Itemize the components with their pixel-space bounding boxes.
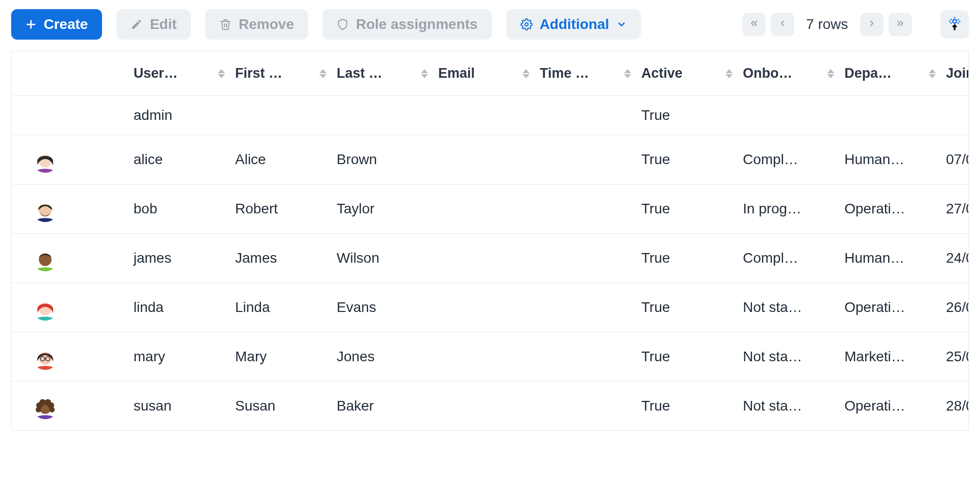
rows-count-label: 7 rows	[799, 16, 855, 33]
cell-last_name: Baker	[332, 382, 433, 431]
cell-active: True	[636, 332, 738, 382]
cell-last_name: Evans	[332, 283, 433, 332]
cell-department: Human…	[839, 234, 941, 283]
table-row[interactable]: aliceAliceBrownTrueCompl…Human…07/0	[12, 135, 969, 184]
additional-dropdown[interactable]: Additional	[506, 9, 641, 40]
cell-joined	[941, 96, 969, 135]
column-header-label: Last …	[337, 66, 414, 81]
shield-icon	[337, 18, 349, 30]
column-header-email[interactable]: Email	[433, 51, 535, 96]
column-header-last_name[interactable]: Last …	[332, 51, 433, 96]
avatar	[32, 146, 58, 173]
column-header-label: User…	[134, 66, 211, 81]
cell-email	[433, 283, 535, 332]
column-header-timezone[interactable]: Time …	[535, 51, 636, 96]
pager-prev-button[interactable]	[771, 13, 794, 36]
svg-point-23	[36, 407, 41, 412]
table-row[interactable]: adminTrue	[12, 96, 969, 135]
remove-button[interactable]: Remove	[205, 9, 308, 40]
cell-username: bob	[128, 184, 230, 234]
cell-timezone	[535, 332, 636, 382]
cell-active: True	[636, 283, 738, 332]
cell-onboarding: Not sta…	[738, 283, 839, 332]
column-header-onboarding[interactable]: Onbo…	[738, 51, 839, 96]
cell-timezone	[535, 135, 636, 184]
plus-icon	[25, 19, 37, 30]
sort-icon	[624, 69, 631, 78]
cell-timezone	[535, 382, 636, 431]
cell-onboarding: In prog…	[738, 184, 839, 234]
cell-joined: 25/0	[941, 332, 969, 382]
cell-department: Marketi…	[839, 332, 941, 382]
chevron-left-icon	[778, 19, 787, 30]
trash-icon	[219, 18, 232, 30]
cell-joined: 27/0	[941, 184, 969, 234]
edit-button[interactable]: Edit	[116, 9, 191, 40]
cell-last_name: Wilson	[332, 234, 433, 283]
cell-onboarding: Compl…	[738, 234, 839, 283]
cell-timezone	[535, 234, 636, 283]
cell-username: admin	[128, 96, 230, 135]
table-row[interactable]: bobRobertTaylorTrueIn prog…Operati…27/0	[12, 184, 969, 234]
pager-next-button[interactable]	[860, 13, 884, 36]
cell-avatar	[12, 332, 128, 382]
avatar	[32, 294, 58, 321]
column-settings-icon	[947, 16, 962, 33]
cell-last_name: Taylor	[332, 184, 433, 234]
cell-department: Operati…	[839, 382, 941, 431]
chevrons-left-icon	[749, 18, 759, 31]
chevron-right-icon	[867, 19, 876, 30]
column-header-label: Time …	[540, 66, 617, 81]
pager-last-button[interactable]	[889, 13, 912, 36]
column-header-label: Email	[438, 66, 515, 81]
pager-first-button[interactable]	[742, 13, 766, 36]
cell-first_name: Susan	[230, 382, 332, 431]
create-button[interactable]: Create	[11, 9, 102, 40]
cell-first_name: Alice	[230, 135, 332, 184]
cell-timezone	[535, 283, 636, 332]
cell-active: True	[636, 96, 738, 135]
column-header-username[interactable]: User…	[128, 51, 230, 96]
cell-last_name	[332, 96, 433, 135]
column-header-label: Onbo…	[743, 66, 820, 81]
edit-button-label: Edit	[150, 17, 177, 32]
column-header-first_name[interactable]: First …	[230, 51, 332, 96]
cell-last_name: Jones	[332, 332, 433, 382]
table-row[interactable]: lindaLindaEvansTrueNot sta…Operati…26/0	[12, 283, 969, 332]
cell-avatar	[12, 382, 128, 431]
gear-icon	[520, 18, 533, 30]
sort-icon	[319, 69, 326, 78]
column-header-label: Joini	[946, 66, 969, 81]
cell-joined: 28/0	[941, 382, 969, 431]
role-assignments-button-label: Role assignments	[356, 17, 478, 32]
cell-department: Human…	[839, 135, 941, 184]
toolbar: Create Edit Remove Role assignments Addi…	[0, 0, 980, 51]
table-row[interactable]: susanSusanBakerTrueNot sta…Operati…28/0	[12, 382, 969, 431]
cell-last_name: Brown	[332, 135, 433, 184]
cell-active: True	[636, 234, 738, 283]
cell-first_name: James	[230, 234, 332, 283]
sort-icon	[929, 69, 936, 78]
table-row[interactable]: jamesJamesWilsonTrueCompl…Human…24/0	[12, 234, 969, 283]
column-header-joined: Joini	[941, 51, 969, 96]
cell-username: susan	[128, 382, 230, 431]
column-header-department[interactable]: Depa…	[839, 51, 941, 96]
cell-username: linda	[128, 283, 230, 332]
sort-icon	[726, 69, 733, 78]
avatar	[32, 393, 58, 419]
table-row[interactable]: maryMaryJonesTrueNot sta…Marketi…25/0	[12, 332, 969, 382]
cell-email	[433, 382, 535, 431]
remove-button-label: Remove	[239, 17, 294, 32]
cell-joined: 07/0	[941, 135, 969, 184]
cell-email	[433, 234, 535, 283]
cell-email	[433, 96, 535, 135]
cell-avatar	[12, 184, 128, 234]
cell-active: True	[636, 135, 738, 184]
table-header-row: User…First …Last …EmailTime …ActiveOnbo……	[12, 51, 969, 96]
table-settings-button[interactable]	[940, 10, 969, 39]
role-assignments-button[interactable]: Role assignments	[322, 9, 492, 40]
cell-onboarding: Compl…	[738, 135, 839, 184]
cell-onboarding: Not sta…	[738, 332, 839, 382]
column-header-active[interactable]: Active	[636, 51, 738, 96]
sort-icon	[421, 69, 428, 78]
